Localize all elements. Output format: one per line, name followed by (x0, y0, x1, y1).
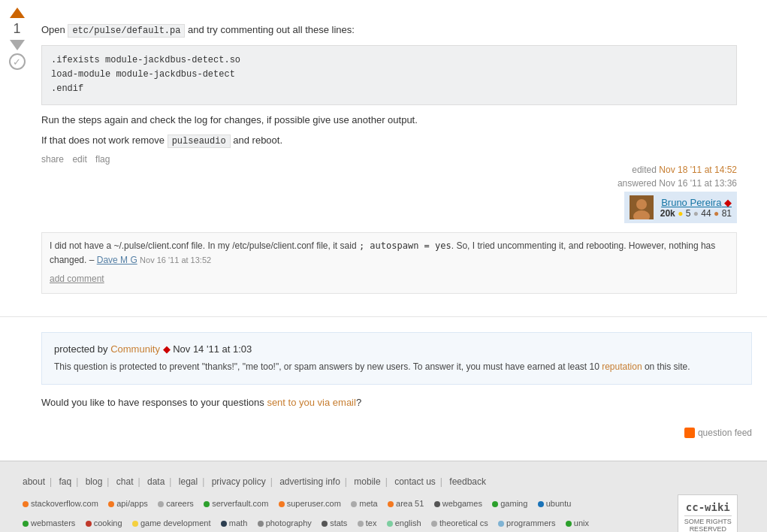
protected-box: protected by Community ◆ Nov 14 '11 at 1… (41, 332, 752, 385)
theocs-link[interactable]: theoretical cs (439, 518, 488, 527)
comment-text-pre: I did not have a ~/.pulse/client.conf fi… (50, 240, 359, 251)
so-dot (23, 501, 29, 507)
vote-count: 1 (13, 21, 20, 37)
sf-link[interactable]: serverfault.com (212, 499, 268, 508)
upvote-button[interactable] (10, 8, 25, 18)
answer-meta: edited Nov 18 '11 at 14:52 answered Nov … (618, 165, 737, 223)
meta-link[interactable]: meta (359, 499, 377, 508)
edited-info: edited Nov 18 '11 at 14:52 (618, 165, 737, 175)
protected-label: protected by (54, 343, 110, 355)
footer-link-blog[interactable]: blog (86, 476, 103, 487)
comment-item: I did not have a ~/.pulse/client.conf fi… (50, 239, 729, 268)
gaming-dot (492, 501, 498, 507)
flag-link[interactable]: flag (95, 154, 110, 165)
para1: Run the steps again and check the log fo… (41, 113, 737, 128)
email-prompt-post: ? (356, 397, 361, 408)
share-link[interactable]: share (41, 154, 64, 165)
english-link[interactable]: english (395, 518, 421, 527)
community-link[interactable]: Community ◆ (110, 343, 170, 355)
accept-button[interactable]: ✓ (9, 53, 26, 70)
user-info: Bruno Pereira ◆ 20k ● 5 ● 44 ● (660, 197, 732, 219)
english-dot (387, 521, 393, 527)
cc-logo: cc-wiki SOME RIGHTSRESERVED (678, 494, 738, 532)
username-link[interactable]: Bruno Pereira ◆ (661, 197, 732, 208)
para2-pre: If that does not work remove (41, 135, 168, 146)
gaming-link[interactable]: gaming (500, 499, 527, 508)
photo-dot (258, 521, 264, 527)
email-prompt: Would you like to have responses to your… (41, 397, 752, 408)
sf-dot (204, 501, 210, 507)
bronze-count: 81 (722, 208, 732, 219)
question-feed-link[interactable]: question feed (698, 428, 752, 438)
gold-count: 5 (686, 208, 691, 219)
downvote-button[interactable] (10, 40, 25, 50)
footer-link-feedback[interactable]: feedback (449, 476, 486, 487)
careers-link[interactable]: careers (166, 499, 194, 508)
footer-link-contact[interactable]: contact us (394, 476, 436, 487)
gamedev-link[interactable]: game development (140, 518, 211, 527)
su-link[interactable]: superuser.com (287, 499, 341, 508)
comments-section: I did not have a ~/.pulse/client.conf fi… (41, 232, 737, 294)
answer-footer: share edit flag edited Nov 18 '11 at 14:… (41, 154, 737, 223)
cooking-dot (86, 521, 92, 527)
email-link[interactable]: sent to you via email (267, 397, 356, 408)
webmaster-dot (23, 521, 29, 527)
code-block: .ifexists module-jackdbus-detect.so load… (41, 45, 737, 105)
pulseaudio-code: pulseaudio (168, 135, 231, 148)
stats-link[interactable]: stats (330, 518, 347, 527)
code-line-3: .endif (51, 82, 727, 96)
protected-area: protected by Community ◆ Nov 14 '11 at 1… (41, 332, 752, 408)
tex-link[interactable]: tex (366, 518, 377, 527)
footer-sites: stackoverflow.com api/apps careers serve… (23, 494, 663, 532)
ubuntu-link[interactable]: ubuntu (546, 499, 572, 508)
comment-code1: ; autospawn = yes (359, 240, 451, 251)
vote-column: 1 ✓ (0, 0, 34, 70)
footer-link-legal[interactable]: legal (179, 476, 198, 487)
unix-dot (566, 521, 572, 527)
footer-link-advertising[interactable]: advertising info (279, 476, 340, 487)
unix-link[interactable]: unix (574, 518, 589, 527)
svg-point-1 (636, 199, 647, 210)
webgames-link[interactable]: webgames (442, 499, 482, 508)
reputation-link[interactable]: reputation (602, 361, 642, 372)
para2: If that does not work remove pulseaudio … (41, 133, 737, 148)
feed-icon (684, 428, 695, 438)
file-path-code: etc/pulse/default.pa (68, 24, 185, 38)
intro-paragraph: Open etc/pulse/default.pa and try commen… (41, 23, 737, 38)
footer-link-about[interactable]: about (23, 476, 45, 487)
area51-link[interactable]: area 51 (396, 499, 424, 508)
footer-nav: about| faq| blog| chat| data| legal| pri… (23, 476, 744, 487)
prog-link[interactable]: programmers (506, 518, 555, 527)
gold-badge-icon: ● (678, 208, 683, 219)
prog-dot (498, 521, 504, 527)
math-link[interactable]: math (229, 518, 247, 527)
footer-bottom: stackoverflow.com api/apps careers serve… (23, 494, 744, 532)
api-link[interactable]: api/apps (116, 499, 148, 508)
footer-link-mobile[interactable]: mobile (354, 476, 380, 487)
protected-description: This question is protected to prevent "t… (54, 360, 739, 374)
footer-link-faq[interactable]: faq (59, 476, 72, 487)
footer-link-privacy[interactable]: privacy policy (212, 476, 266, 487)
webmaster-link[interactable]: webmasters (31, 518, 75, 527)
answer-text: Open etc/pulse/default.pa and try commen… (41, 23, 737, 148)
code-line-2: load-module module-jackdbus-detect (51, 68, 727, 82)
add-comment-link[interactable]: add comment (50, 274, 104, 284)
stats-dot (322, 521, 328, 527)
question-feed-area: question feed (0, 420, 767, 446)
area51-dot (388, 501, 394, 507)
footer-right: cc-wiki SOME RIGHTSRESERVED rev 2012.8.3… (678, 494, 744, 532)
footer-link-chat[interactable]: chat (116, 476, 134, 487)
bronze-badge-icon: ● (714, 208, 719, 219)
cooking-link[interactable]: cooking (94, 518, 122, 527)
answer-section: 1 ✓ Open etc/pulse/default.pa and try co… (0, 0, 767, 301)
footer-link-data[interactable]: data (147, 476, 165, 487)
edited-date[interactable]: Nov 18 '11 at 14:52 (659, 165, 737, 175)
ubuntu-dot (538, 501, 544, 507)
comment-author-link[interactable]: Dave M G (97, 255, 137, 265)
protected-header: protected by Community ◆ Nov 14 '11 at 1… (54, 342, 739, 358)
edit-link[interactable]: edit (72, 154, 86, 165)
answered-label: answered Nov 16 '11 at 13:36 (618, 178, 737, 189)
answer-actions: share edit flag (41, 154, 737, 165)
so-link[interactable]: stackoverflow.com (31, 499, 98, 508)
photo-link[interactable]: photography (266, 518, 312, 527)
